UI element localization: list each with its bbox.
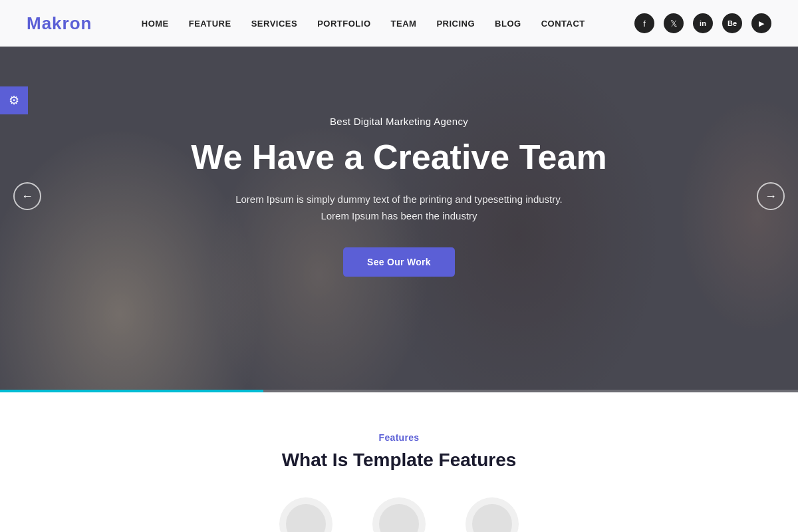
- nav-item-pricing[interactable]: PRICING: [436, 17, 475, 29]
- hero-content: Best Digital Marketing Agency We Have a …: [166, 116, 632, 277]
- hero-title: We Have a Creative Team: [166, 138, 632, 178]
- feature-icon-inner-3: [472, 504, 512, 532]
- cta-button[interactable]: See Our Work: [343, 247, 455, 277]
- nav-item-team[interactable]: TEAM: [391, 17, 417, 29]
- navbar: Makron HOME FEATURE SERVICES PORTFOLIO T…: [0, 0, 798, 47]
- nav-item-blog[interactable]: BLOG: [495, 17, 521, 29]
- nav-item-portfolio[interactable]: PORTFOLIO: [317, 17, 370, 29]
- hero-desc-line2: Lorem Ipsum has been the industry: [321, 210, 477, 221]
- slider-prev-button[interactable]: ←: [13, 182, 41, 210]
- features-label: Features: [27, 432, 771, 443]
- hero-desc-line1: Lorem Ipsum is simply dummy text of the …: [235, 194, 563, 205]
- facebook-icon[interactable]: f: [634, 13, 654, 33]
- nav-item-contact[interactable]: CONTACT: [541, 17, 585, 29]
- nav-item-home[interactable]: HOME: [142, 17, 169, 29]
- slider-progress-fill: [0, 390, 263, 392]
- nav-item-feature[interactable]: FEATURE: [189, 17, 231, 29]
- features-icons-row: [27, 497, 771, 532]
- hero-section: ← Best Digital Marketing Agency We Have …: [0, 0, 798, 392]
- gear-icon: ⚙: [9, 93, 19, 108]
- feature-icon-3: [466, 497, 519, 532]
- nav-item-services[interactable]: SERVICES: [251, 17, 298, 29]
- behance-icon[interactable]: Be: [722, 13, 742, 33]
- hero-subtitle: Best Digital Marketing Agency: [166, 116, 632, 127]
- slider-progress-bar: [0, 390, 798, 392]
- brand-logo[interactable]: Makron: [27, 13, 92, 34]
- features-title: What Is Template Features: [27, 450, 771, 471]
- social-links: f 𝕏 in Be ▶: [634, 13, 771, 33]
- twitter-icon[interactable]: 𝕏: [664, 13, 684, 33]
- arrow-left-icon: ←: [21, 190, 33, 203]
- youtube-icon[interactable]: ▶: [751, 13, 771, 33]
- linkedin-icon[interactable]: in: [693, 13, 713, 33]
- features-section: Features What Is Template Features: [0, 392, 798, 532]
- nav-links: HOME FEATURE SERVICES PORTFOLIO TEAM PRI…: [142, 17, 585, 29]
- feature-icon-inner-2: [379, 504, 419, 532]
- hero-description: Lorem Ipsum is simply dummy text of the …: [166, 191, 632, 225]
- feature-icon-inner-1: [286, 504, 326, 532]
- arrow-right-icon: →: [765, 190, 777, 203]
- feature-icon-1: [279, 497, 332, 532]
- settings-button[interactable]: ⚙: [0, 86, 28, 114]
- slider-next-button[interactable]: →: [757, 182, 785, 210]
- feature-icon-2: [372, 497, 426, 532]
